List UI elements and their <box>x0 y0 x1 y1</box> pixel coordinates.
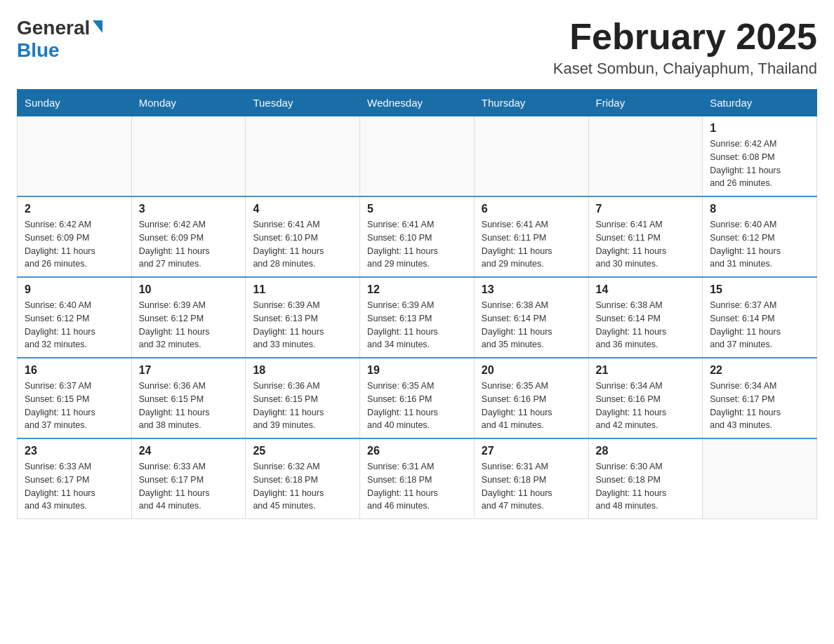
calendar-cell: 14Sunrise: 6:38 AMSunset: 6:14 PMDayligh… <box>588 277 703 358</box>
day-info: Sunrise: 6:33 AMSunset: 6:17 PMDaylight:… <box>25 460 124 513</box>
calendar-cell: 11Sunrise: 6:39 AMSunset: 6:13 PMDayligh… <box>246 277 360 358</box>
day-info: Sunrise: 6:41 AMSunset: 6:10 PMDaylight:… <box>253 218 352 271</box>
day-info: Sunrise: 6:31 AMSunset: 6:18 PMDaylight:… <box>367 460 467 513</box>
calendar-cell: 1Sunrise: 6:42 AMSunset: 6:08 PMDaylight… <box>703 116 817 197</box>
calendar-cell <box>360 116 475 197</box>
day-info: Sunrise: 6:36 AMSunset: 6:15 PMDaylight:… <box>139 380 239 432</box>
calendar-cell: 13Sunrise: 6:38 AMSunset: 6:14 PMDayligh… <box>474 277 588 358</box>
day-number: 13 <box>482 283 581 296</box>
calendar-cell: 19Sunrise: 6:35 AMSunset: 6:16 PMDayligh… <box>360 358 475 438</box>
calendar-title: February 2025 <box>553 17 817 57</box>
day-of-week-header: Tuesday <box>246 90 360 116</box>
day-info: Sunrise: 6:31 AMSunset: 6:18 PMDaylight:… <box>482 460 581 513</box>
day-number: 5 <box>367 203 467 215</box>
day-number: 17 <box>139 364 239 377</box>
day-number: 6 <box>482 203 581 215</box>
calendar-cell <box>703 438 817 519</box>
day-of-week-header: Saturday <box>703 90 817 116</box>
calendar-cell: 7Sunrise: 6:41 AMSunset: 6:11 PMDaylight… <box>588 196 703 277</box>
day-of-week-header: Sunday <box>18 90 132 116</box>
day-info: Sunrise: 6:37 AMSunset: 6:15 PMDaylight:… <box>25 380 124 432</box>
day-number: 3 <box>139 203 239 215</box>
calendar-cell: 27Sunrise: 6:31 AMSunset: 6:18 PMDayligh… <box>474 438 588 519</box>
logo-blue-text: Blue <box>17 39 60 62</box>
day-number: 22 <box>710 364 809 377</box>
calendar-week-row: 16Sunrise: 6:37 AMSunset: 6:15 PMDayligh… <box>18 358 817 438</box>
calendar-cell: 25Sunrise: 6:32 AMSunset: 6:18 PMDayligh… <box>246 438 360 519</box>
day-number: 24 <box>139 445 239 457</box>
calendar-cell: 4Sunrise: 6:41 AMSunset: 6:10 PMDaylight… <box>246 196 360 277</box>
calendar-cell: 12Sunrise: 6:39 AMSunset: 6:13 PMDayligh… <box>360 277 475 358</box>
day-number: 28 <box>596 445 696 457</box>
calendar-cell: 10Sunrise: 6:39 AMSunset: 6:12 PMDayligh… <box>131 277 246 358</box>
day-number: 23 <box>25 445 124 457</box>
calendar-cell: 21Sunrise: 6:34 AMSunset: 6:16 PMDayligh… <box>588 358 703 438</box>
page-header: General Blue February 2025 Kaset Sombun,… <box>17 17 817 78</box>
day-info: Sunrise: 6:32 AMSunset: 6:18 PMDaylight:… <box>253 460 352 513</box>
day-info: Sunrise: 6:37 AMSunset: 6:14 PMDaylight:… <box>710 299 809 351</box>
day-number: 27 <box>482 445 581 457</box>
day-info: Sunrise: 6:41 AMSunset: 6:11 PMDaylight:… <box>596 218 696 271</box>
day-number: 26 <box>367 445 467 457</box>
day-info: Sunrise: 6:41 AMSunset: 6:10 PMDaylight:… <box>367 218 467 271</box>
day-number: 4 <box>253 203 352 215</box>
calendar-cell <box>246 116 360 197</box>
day-info: Sunrise: 6:39 AMSunset: 6:12 PMDaylight:… <box>139 299 239 351</box>
day-number: 9 <box>25 283 124 296</box>
day-info: Sunrise: 6:38 AMSunset: 6:14 PMDaylight:… <box>482 299 581 351</box>
logo: General Blue <box>17 17 102 62</box>
day-info: Sunrise: 6:30 AMSunset: 6:18 PMDaylight:… <box>596 460 696 513</box>
day-of-week-header: Wednesday <box>360 90 475 116</box>
day-number: 20 <box>482 364 581 377</box>
calendar-cell: 18Sunrise: 6:36 AMSunset: 6:15 PMDayligh… <box>246 358 360 438</box>
calendar-cell: 8Sunrise: 6:40 AMSunset: 6:12 PMDaylight… <box>703 196 817 277</box>
day-info: Sunrise: 6:40 AMSunset: 6:12 PMDaylight:… <box>25 299 124 351</box>
calendar-cell: 9Sunrise: 6:40 AMSunset: 6:12 PMDaylight… <box>18 277 132 358</box>
day-info: Sunrise: 6:33 AMSunset: 6:17 PMDaylight:… <box>139 460 239 513</box>
day-number: 25 <box>253 445 352 457</box>
calendar-cell: 26Sunrise: 6:31 AMSunset: 6:18 PMDayligh… <box>360 438 475 519</box>
day-number: 10 <box>139 283 239 296</box>
calendar-cell: 6Sunrise: 6:41 AMSunset: 6:11 PMDaylight… <box>474 196 588 277</box>
day-number: 8 <box>710 203 809 215</box>
calendar-cell: 24Sunrise: 6:33 AMSunset: 6:17 PMDayligh… <box>131 438 246 519</box>
day-info: Sunrise: 6:42 AMSunset: 6:09 PMDaylight:… <box>139 218 239 271</box>
calendar-cell: 28Sunrise: 6:30 AMSunset: 6:18 PMDayligh… <box>588 438 703 519</box>
day-number: 7 <box>596 203 696 215</box>
day-number: 14 <box>596 283 696 296</box>
calendar-week-row: 2Sunrise: 6:42 AMSunset: 6:09 PMDaylight… <box>18 196 817 277</box>
calendar-table: SundayMondayTuesdayWednesdayThursdayFrid… <box>17 89 817 519</box>
calendar-cell: 23Sunrise: 6:33 AMSunset: 6:17 PMDayligh… <box>18 438 132 519</box>
logo-general-text: General <box>17 17 90 39</box>
day-number: 21 <box>596 364 696 377</box>
day-number: 1 <box>710 122 809 135</box>
calendar-cell <box>131 116 246 197</box>
day-number: 19 <box>367 364 467 377</box>
day-info: Sunrise: 6:39 AMSunset: 6:13 PMDaylight:… <box>253 299 352 351</box>
day-number: 2 <box>25 203 124 215</box>
calendar-week-row: 23Sunrise: 6:33 AMSunset: 6:17 PMDayligh… <box>18 438 817 519</box>
calendar-header-row: SundayMondayTuesdayWednesdayThursdayFrid… <box>18 90 817 116</box>
day-of-week-header: Thursday <box>474 90 588 116</box>
calendar-subtitle: Kaset Sombun, Chaiyaphum, Thailand <box>553 60 817 78</box>
day-number: 16 <box>25 364 124 377</box>
day-info: Sunrise: 6:40 AMSunset: 6:12 PMDaylight:… <box>710 218 809 271</box>
day-of-week-header: Friday <box>588 90 703 116</box>
logo-triangle-icon <box>93 20 102 33</box>
calendar-cell: 22Sunrise: 6:34 AMSunset: 6:17 PMDayligh… <box>703 358 817 438</box>
calendar-cell: 20Sunrise: 6:35 AMSunset: 6:16 PMDayligh… <box>474 358 588 438</box>
calendar-cell <box>18 116 132 197</box>
calendar-cell: 2Sunrise: 6:42 AMSunset: 6:09 PMDaylight… <box>18 196 132 277</box>
day-number: 18 <box>253 364 352 377</box>
day-info: Sunrise: 6:35 AMSunset: 6:16 PMDaylight:… <box>482 380 581 432</box>
calendar-cell: 5Sunrise: 6:41 AMSunset: 6:10 PMDaylight… <box>360 196 475 277</box>
day-number: 15 <box>710 283 809 296</box>
calendar-cell: 16Sunrise: 6:37 AMSunset: 6:15 PMDayligh… <box>18 358 132 438</box>
calendar-cell <box>474 116 588 197</box>
calendar-week-row: 9Sunrise: 6:40 AMSunset: 6:12 PMDaylight… <box>18 277 817 358</box>
day-info: Sunrise: 6:39 AMSunset: 6:13 PMDaylight:… <box>367 299 467 351</box>
day-info: Sunrise: 6:38 AMSunset: 6:14 PMDaylight:… <box>596 299 696 351</box>
day-number: 12 <box>367 283 467 296</box>
day-info: Sunrise: 6:35 AMSunset: 6:16 PMDaylight:… <box>367 380 467 432</box>
calendar-week-row: 1Sunrise: 6:42 AMSunset: 6:08 PMDaylight… <box>18 116 817 197</box>
